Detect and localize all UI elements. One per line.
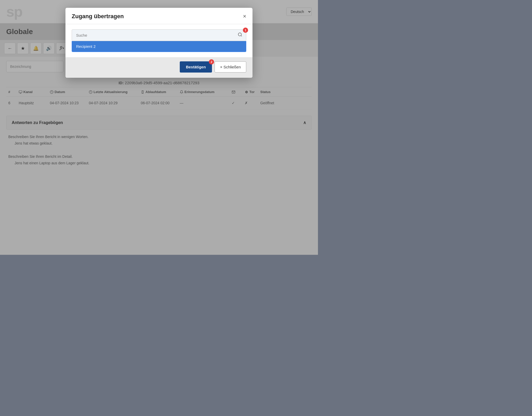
recipient-dropdown: Recipient 2: [72, 41, 246, 52]
modal-footer: Bestätigen 2 × Schließen: [65, 57, 252, 78]
cancel-button[interactable]: × Schließen: [215, 61, 246, 73]
modal-close-button[interactable]: ×: [243, 14, 246, 19]
search-input[interactable]: [72, 30, 234, 41]
modal-header: Zugang übertragen ×: [65, 8, 252, 24]
confirm-label: Bestätigen: [186, 65, 206, 69]
confirm-badge: 2: [209, 59, 214, 64]
modal-body: 1 Recipient 2: [65, 24, 252, 57]
search-badge: 1: [243, 28, 248, 33]
cancel-label: × Schließen: [220, 65, 241, 69]
search-wrapper: 1: [72, 29, 246, 41]
search-icon-wrapper: 1: [234, 30, 246, 41]
modal-overlay[interactable]: Zugang übertragen × 1 Recipient 2: [0, 0, 318, 255]
svg-point-19: [238, 33, 241, 36]
svg-line-20: [241, 35, 242, 36]
recipient-item[interactable]: Recipient 2: [72, 41, 246, 52]
transfer-modal: Zugang übertragen × 1 Recipient 2: [65, 8, 252, 78]
modal-title: Zugang übertragen: [72, 13, 124, 20]
confirm-button[interactable]: Bestätigen 2: [180, 61, 212, 73]
